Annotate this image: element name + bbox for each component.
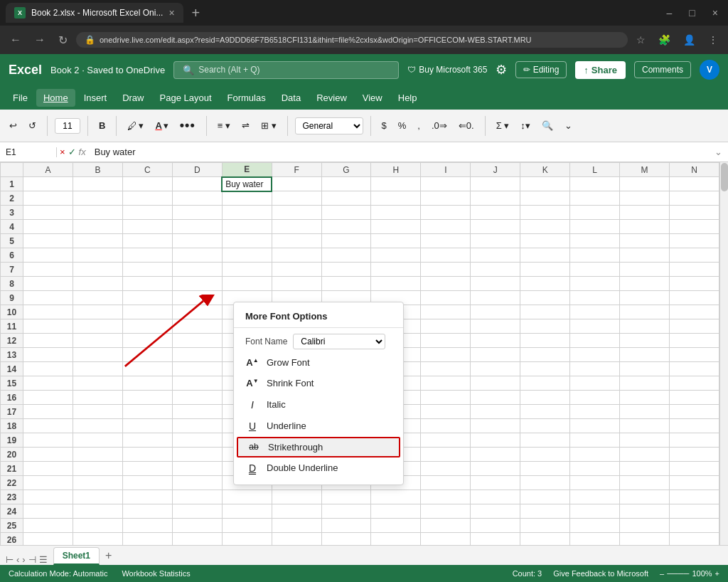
- expand-formula-icon[interactable]: ⌄: [714, 147, 728, 157]
- cell-N2[interactable]: [669, 191, 719, 206]
- cell-C16[interactable]: [122, 391, 172, 405]
- cell-N25[interactable]: [669, 519, 719, 533]
- cell-E3[interactable]: [222, 206, 272, 220]
- cell-A6[interactable]: [23, 248, 73, 263]
- cell-I8[interactable]: [421, 277, 471, 291]
- cell-M3[interactable]: [620, 206, 670, 220]
- font-name-select[interactable]: Calibri Arial Times New Roman Verdana Co…: [293, 334, 385, 349]
- buy-m365-link[interactable]: 🛡 Buy Microsoft 365: [407, 65, 487, 75]
- back-button[interactable]: ←: [6, 31, 26, 49]
- cell-I6[interactable]: [421, 248, 471, 263]
- cell-N1[interactable]: [669, 177, 719, 191]
- cell-L3[interactable]: [570, 206, 620, 220]
- cell-K11[interactable]: [520, 319, 570, 334]
- cell-L6[interactable]: [570, 248, 620, 263]
- cell-N19[interactable]: [669, 433, 719, 448]
- cell-B19[interactable]: [73, 433, 122, 448]
- close-button[interactable]: ×: [708, 6, 722, 20]
- cell-B25[interactable]: [73, 519, 122, 533]
- cell-A19[interactable]: [23, 433, 73, 448]
- menu-view[interactable]: View: [355, 89, 390, 107]
- cell-N21[interactable]: [669, 462, 719, 476]
- cell-B13[interactable]: [73, 348, 122, 362]
- share-button[interactable]: ↑ Share: [575, 61, 626, 79]
- cell-F5[interactable]: [272, 234, 321, 248]
- cell-J22[interactable]: [471, 476, 520, 490]
- cell-D19[interactable]: [172, 433, 222, 448]
- cell-B6[interactable]: [73, 248, 122, 263]
- cell-I9[interactable]: [421, 291, 471, 305]
- cell-B22[interactable]: [73, 476, 122, 490]
- cell-N20[interactable]: [669, 448, 719, 462]
- cell-C4[interactable]: [122, 220, 172, 234]
- minimize-button[interactable]: –: [663, 6, 677, 20]
- cell-N14[interactable]: [669, 362, 719, 376]
- cell-A2[interactable]: [23, 191, 73, 206]
- menu-home[interactable]: Home: [36, 89, 75, 107]
- cell-L13[interactable]: [570, 348, 620, 362]
- cell-D18[interactable]: [172, 419, 222, 433]
- cell-I19[interactable]: [421, 433, 471, 448]
- cell-D20[interactable]: [172, 448, 222, 462]
- nav-last-icon[interactable]: ⊣: [28, 554, 36, 565]
- cell-D15[interactable]: [172, 376, 222, 391]
- cell-J8[interactable]: [471, 277, 520, 291]
- cell-M15[interactable]: [620, 376, 670, 391]
- find-button[interactable]: 🔍: [538, 118, 557, 133]
- menu-formulas[interactable]: Formulas: [220, 89, 273, 107]
- cell-M19[interactable]: [620, 433, 670, 448]
- cell-N26[interactable]: [669, 533, 719, 546]
- cell-F26[interactable]: [272, 533, 321, 546]
- cell-E8[interactable]: [222, 277, 272, 291]
- cell-N23[interactable]: [669, 490, 719, 504]
- confirm-formula-button[interactable]: ✓: [68, 147, 76, 157]
- cell-D1[interactable]: [172, 177, 222, 191]
- cell-C6[interactable]: [122, 248, 172, 263]
- cell-J2[interactable]: [471, 191, 520, 206]
- cell-N5[interactable]: [669, 234, 719, 248]
- cell-K12[interactable]: [520, 334, 570, 348]
- cell-L7[interactable]: [570, 263, 620, 277]
- cell-N11[interactable]: [669, 319, 719, 334]
- cell-H26[interactable]: [371, 533, 421, 546]
- cell-L22[interactable]: [570, 476, 620, 490]
- cell-M14[interactable]: [620, 362, 670, 376]
- formula-input[interactable]: Buy water: [89, 147, 714, 157]
- cell-B20[interactable]: [73, 448, 122, 462]
- cell-C20[interactable]: [122, 448, 172, 462]
- cell-I20[interactable]: [421, 448, 471, 462]
- cell-D8[interactable]: [172, 277, 222, 291]
- cell-A25[interactable]: [23, 519, 73, 533]
- cell-E25[interactable]: [222, 519, 272, 533]
- cell-C26[interactable]: [122, 533, 172, 546]
- cell-N8[interactable]: [669, 277, 719, 291]
- extensions-icon[interactable]: 🧩: [654, 31, 675, 48]
- cell-E24[interactable]: [222, 504, 272, 519]
- col-header-i[interactable]: I: [421, 163, 471, 177]
- cell-B21[interactable]: [73, 462, 122, 476]
- col-header-k[interactable]: K: [520, 163, 570, 177]
- cell-K4[interactable]: [520, 220, 570, 234]
- cell-K26[interactable]: [520, 533, 570, 546]
- profile-icon[interactable]: 👤: [679, 31, 700, 48]
- cell-I14[interactable]: [421, 362, 471, 376]
- cell-K13[interactable]: [520, 348, 570, 362]
- cell-N18[interactable]: [669, 419, 719, 433]
- cell-A8[interactable]: [23, 277, 73, 291]
- highlight-color-button[interactable]: 🖊 ▾: [124, 118, 147, 134]
- cell-E7[interactable]: [222, 263, 272, 277]
- cell-H24[interactable]: [371, 504, 421, 519]
- fx-button[interactable]: fx: [79, 147, 86, 157]
- cell-N17[interactable]: [669, 405, 719, 419]
- workbook-stats-button[interactable]: Workbook Statistics: [122, 569, 190, 578]
- cell-D14[interactable]: [172, 362, 222, 376]
- settings-button[interactable]: ⚙: [496, 62, 507, 78]
- cell-C8[interactable]: [122, 277, 172, 291]
- cell-C9[interactable]: [122, 291, 172, 305]
- sort-button[interactable]: ↕▾: [517, 118, 534, 133]
- nav-prev-icon[interactable]: ‹: [16, 554, 19, 565]
- cell-M23[interactable]: [620, 490, 670, 504]
- cell-B11[interactable]: [73, 319, 122, 334]
- cell-N24[interactable]: [669, 504, 719, 519]
- cell-I11[interactable]: [421, 319, 471, 334]
